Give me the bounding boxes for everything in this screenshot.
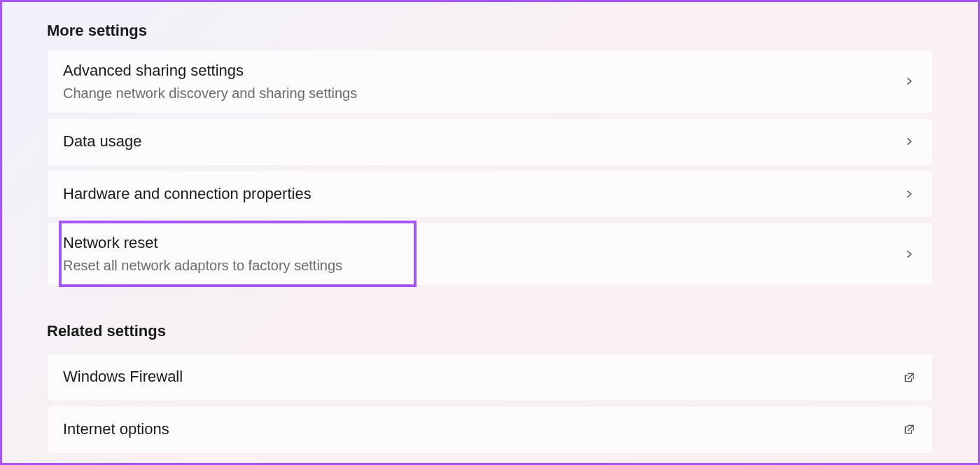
external-link-icon bbox=[903, 371, 916, 384]
chevron-right-icon bbox=[904, 249, 914, 259]
card-title: Network reset bbox=[63, 233, 342, 254]
card-content: Windows Firewall bbox=[63, 366, 183, 388]
external-link-icon bbox=[903, 423, 916, 436]
chevron-right-icon bbox=[904, 189, 914, 199]
more-settings-header: More settings bbox=[47, 22, 933, 40]
hardware-connection-properties-card[interactable]: Hardware and connection properties bbox=[47, 170, 933, 218]
card-content: Advanced sharing settings Change network… bbox=[63, 60, 357, 103]
data-usage-card[interactable]: Data usage bbox=[47, 118, 933, 166]
card-title: Internet options bbox=[63, 419, 169, 440]
card-title: Data usage bbox=[63, 131, 142, 153]
windows-firewall-card[interactable]: Windows Firewall bbox=[47, 353, 933, 401]
card-title: Windows Firewall bbox=[63, 366, 183, 388]
card-title: Advanced sharing settings bbox=[63, 60, 357, 82]
card-content: Data usage bbox=[63, 131, 142, 153]
card-subtitle: Change network discovery and sharing set… bbox=[63, 83, 357, 103]
card-title: Hardware and connection properties bbox=[63, 183, 312, 205]
card-content: Network reset Reset all network adaptors… bbox=[63, 233, 342, 275]
chevron-right-icon bbox=[904, 76, 914, 86]
chevron-right-icon bbox=[904, 137, 914, 146]
network-reset-card[interactable]: Network reset Reset all network adaptors… bbox=[47, 222, 933, 286]
advanced-sharing-settings-card[interactable]: Advanced sharing settings Change network… bbox=[47, 50, 933, 113]
internet-options-card[interactable]: Internet options bbox=[47, 405, 933, 454]
related-settings-header: Related settings bbox=[47, 322, 933, 340]
card-content: Hardware and connection properties bbox=[63, 183, 312, 205]
card-content: Internet options bbox=[63, 419, 169, 440]
card-subtitle: Reset all network adaptors to factory se… bbox=[63, 256, 342, 275]
